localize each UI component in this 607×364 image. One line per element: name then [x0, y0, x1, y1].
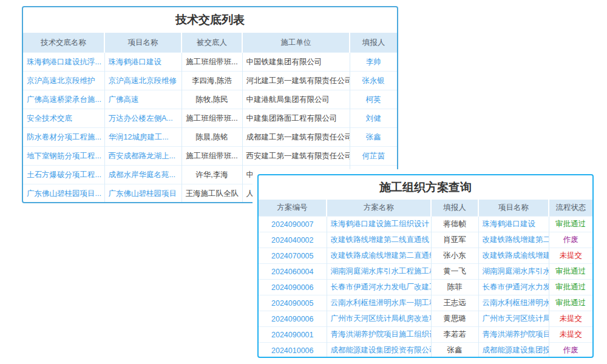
table-row: 2024090007珠海鹤港口建设施工组织设计蒋德帧珠海鹤港口建设审批通过 [259, 217, 592, 232]
column-header-1: 项目名称 [104, 33, 181, 53]
receiver-cell: 王海施工队全队 [181, 184, 242, 203]
table-row: 广佛高速桥梁承台施...广佛高速陈牧,陈民中建港航局集团有限公司柯英 [23, 90, 397, 109]
plan-name-cell[interactable]: 广州市天河区统计局机房改造项 [327, 311, 431, 327]
reporter-cell: 王志远 [431, 295, 478, 311]
construction-company-cell: 河北建工第一建筑有限责任公司 [242, 72, 350, 90]
column-header-0: 方案编号 [259, 200, 327, 217]
project-name-cell[interactable]: 珠海鹤港口建设 [104, 53, 181, 72]
construction-plan-query-title: 施工组织方案查询 [259, 175, 592, 200]
plan-name-cell[interactable]: 成都能源建设集团投资有限公司 [327, 343, 431, 359]
reporter-cell: 张小东 [431, 248, 478, 264]
status-cell: 作废 [549, 232, 592, 248]
table-row: 2024060004湖南洞庭湖水库引水工程施工标黄一飞湖南洞庭湖水库引水工程施工… [259, 264, 592, 280]
receiver-cell: 许华,李海 [181, 166, 242, 184]
status-cell: 审批通过 [549, 280, 592, 295]
column-header-0: 技术交底名称 [23, 33, 104, 53]
construction-company-cell: 西安建工第一建筑有限责任公司 [242, 147, 350, 166]
status-cell: 审批通过 [549, 295, 592, 311]
project-name-cell[interactable]: 京沪高速北京段维修 [104, 72, 181, 90]
reporter-cell[interactable]: 张鑫 [350, 128, 397, 147]
project-name-cell[interactable]: 长春市伊通河水力发电厂改建 [478, 280, 549, 295]
receiver-cell: 施工班组带班... [181, 109, 242, 128]
plan-name-cell[interactable]: 青海洪湖养护院项目施工组织设 [327, 327, 431, 343]
column-header-2: 填报人 [431, 200, 478, 217]
project-name-cell[interactable]: 广州市天河区统计局机房改造 [478, 311, 549, 327]
project-name-cell[interactable]: 云南水利枢纽潜明水库一期工 [478, 295, 549, 311]
plan-name-cell[interactable]: 改建铁路线增建第二线直通线（ [327, 232, 431, 248]
project-name-cell[interactable]: 广佛高速 [104, 90, 181, 109]
status-cell: 未提交 [549, 327, 592, 343]
plan-name-cell[interactable]: 珠海鹤港口建设施工组织设计 [327, 217, 431, 232]
disclosure-name-cell[interactable]: 广东佛山碧桂园项目... [23, 184, 104, 203]
status-cell: 审批通过 [549, 217, 592, 232]
table-row: 2024010006成都能源建设集团投资有限公司张鑫成都能源建设集团投资有限公作… [259, 343, 592, 359]
project-name-cell[interactable]: 珠海鹤港口建设 [478, 217, 549, 232]
technical-disclosure-title: 技术交底列表 [23, 7, 397, 33]
project-name-cell[interactable]: 万达办公楼左侧A... [104, 109, 181, 128]
table-row: 防水卷材分项工程施...华润12城房建工...陈晨,陈铭成都建工第一建筑有限责任… [23, 128, 397, 147]
disclosure-name-cell[interactable]: 安全技术交底 [23, 109, 104, 128]
reporter-cell: 肖亚军 [431, 232, 478, 248]
disclosure-name-cell[interactable]: 京沪高速北京段维护 [23, 72, 104, 90]
receiver-cell: 陈晨,陈铭 [181, 128, 242, 147]
table-row: 2024090005云南水利枢纽潜明水库一期工程王志远云南水利枢纽潜明水库一期工… [259, 295, 592, 311]
reporter-cell[interactable]: 刘健 [350, 109, 397, 128]
table1-header-row: 技术交底名称项目名称被交底人施工单位填报人 [23, 33, 397, 53]
table-row: 2024090001青海洪湖养护院项目施工组织设李若若青海洪湖养护院项目未提交 [259, 327, 592, 343]
construction-plan-table: 方案编号方案名称填报人项目名称流程状态 2024090007珠海鹤港口建设施工组… [259, 200, 592, 358]
reporter-cell: 黄思璐 [431, 311, 478, 327]
plan-number-cell[interactable]: 2024010006 [259, 343, 327, 359]
disclosure-name-cell[interactable]: 珠海鹤港口建设抗浮... [23, 53, 104, 72]
reporter-cell: 李若若 [431, 327, 478, 343]
table-row: 京沪高速北京段维护京沪高速北京段维修李四海,陈浩河北建工第一建筑有限责任公司张永… [23, 72, 397, 90]
column-header-1: 方案名称 [327, 200, 431, 217]
plan-number-cell[interactable]: 2024070005 [259, 248, 327, 264]
plan-name-cell[interactable]: 湖南洞庭湖水库引水工程施工标 [327, 264, 431, 280]
plan-name-cell[interactable]: 长春市伊通河水力发电厂改建工 [327, 280, 431, 295]
plan-number-cell[interactable]: 2024090007 [259, 217, 327, 232]
disclosure-name-cell[interactable]: 防水卷材分项工程施... [23, 128, 104, 147]
reporter-cell: 张鑫 [431, 343, 478, 359]
table-row: 地下室钢筋分项工程...西安成都路龙湖上...施工班组带班...西安建工第一建筑… [23, 147, 397, 166]
reporter-cell: 陈菲 [431, 280, 478, 295]
receiver-cell: 陈牧,陈民 [181, 90, 242, 109]
plan-number-cell[interactable]: 2024060004 [259, 264, 327, 280]
receiver-cell: 李四海,陈浩 [181, 72, 242, 90]
project-name-cell[interactable]: 西安成都路龙湖上... [104, 147, 181, 166]
plan-number-cell[interactable]: 2024090005 [259, 295, 327, 311]
reporter-cell: 黄一飞 [431, 264, 478, 280]
table-row: 2024090006长春市伊通河水力发电厂改建工陈菲长春市伊通河水力发电厂改建审… [259, 280, 592, 295]
table-row: 2024070005改建铁路成渝线增建第二直通线张小东改建铁路成渝线增建第二直通… [259, 248, 592, 264]
table-row: 2024040002改建铁路线增建第二线直通线（肖亚军改建铁路线增建第二线直通线… [259, 232, 592, 248]
project-name-cell[interactable]: 青海洪湖养护院项目 [478, 327, 549, 343]
plan-number-cell[interactable]: 2024090006 [259, 311, 327, 327]
plan-number-cell[interactable]: 2024090006 [259, 280, 327, 295]
reporter-cell[interactable]: 何芷茵 [350, 147, 397, 166]
project-name-cell[interactable]: 湖南洞庭湖水库引水工程施工 [478, 264, 549, 280]
disclosure-name-cell[interactable]: 广佛高速桥梁承台施... [23, 90, 104, 109]
project-name-cell[interactable]: 成都能源建设集团投资有限公 [478, 343, 549, 359]
status-cell: 未提交 [549, 311, 592, 327]
disclosure-name-cell[interactable]: 地下室钢筋分项工程... [23, 147, 104, 166]
construction-company-cell: 成都建工第一建筑有限责任公司 [242, 128, 350, 147]
project-name-cell[interactable]: 成都水岸华庭名苑... [104, 166, 181, 184]
reporter-cell[interactable]: 张永银 [350, 72, 397, 90]
reporter-cell[interactable]: 李帅 [350, 53, 397, 72]
plan-number-cell[interactable]: 2024040002 [259, 232, 327, 248]
table2-header-row: 方案编号方案名称填报人项目名称流程状态 [259, 200, 592, 217]
project-name-cell[interactable]: 华润12城房建工... [104, 128, 181, 147]
plan-name-cell[interactable]: 改建铁路成渝线增建第二直通线 [327, 248, 431, 264]
reporter-cell[interactable]: 柯英 [350, 90, 397, 109]
project-name-cell[interactable]: 改建铁路线增建第二线直通线 [478, 232, 549, 248]
table-row: 珠海鹤港口建设抗浮...珠海鹤港口建设施工班组带班...中国铁建集团有限公司李帅 [23, 53, 397, 72]
receiver-cell: 施工班组带班... [181, 53, 242, 72]
plan-number-cell[interactable]: 2024090001 [259, 327, 327, 343]
project-name-cell[interactable]: 改建铁路成渝线增建第二直通 [478, 248, 549, 264]
column-header-4: 填报人 [350, 33, 397, 53]
plan-name-cell[interactable]: 云南水利枢纽潜明水库一期工程 [327, 295, 431, 311]
receiver-cell: 施工班组带班... [181, 147, 242, 166]
table-row: 安全技术交底万达办公楼左侧A...施工班组带班...中建集团路面工程有限公司刘健 [23, 109, 397, 128]
project-name-cell[interactable]: 广东佛山碧桂园项目 [104, 184, 181, 203]
status-cell: 未提交 [549, 248, 592, 264]
disclosure-name-cell[interactable]: 土石方爆破分项工程... [23, 166, 104, 184]
